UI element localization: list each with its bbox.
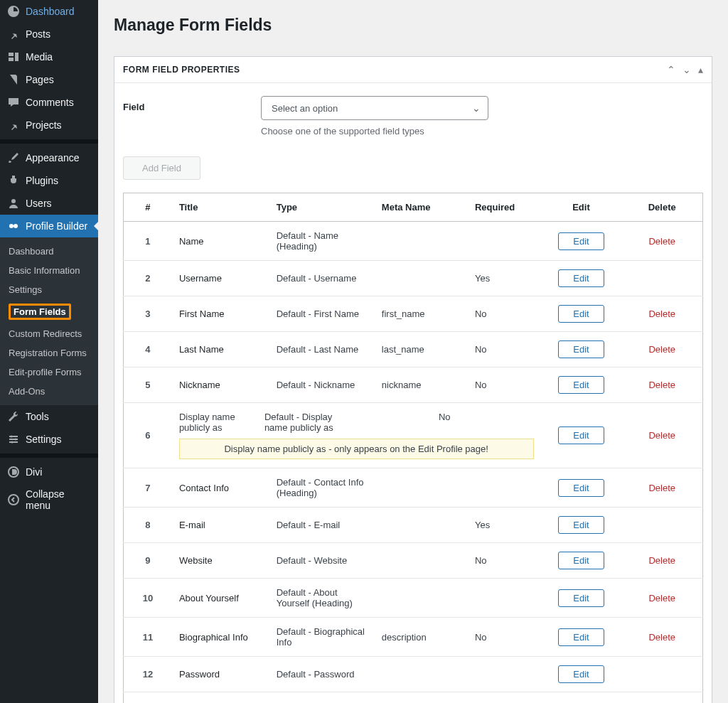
user-icon <box>7 197 20 210</box>
add-field-button[interactable]: Add Field <box>123 156 200 180</box>
submenu-item-dashboard[interactable]: Dashboard <box>0 242 98 261</box>
cell-required <box>468 692 541 704</box>
cell-type: Default - Biographical Info <box>269 618 375 657</box>
cell-num: 9 <box>124 543 172 579</box>
edit-button[interactable]: Edit <box>558 269 604 287</box>
delete-link[interactable]: Delete <box>648 344 675 355</box>
chevron-down-icon: ⌄ <box>472 102 481 114</box>
cell-delete: Delete <box>621 692 702 704</box>
cell-title: E-mail <box>172 508 269 543</box>
menu-item-dashboard[interactable]: Dashboard <box>0 0 98 23</box>
delete-link[interactable]: Delete <box>648 632 675 643</box>
edit-button[interactable]: Edit <box>558 665 604 683</box>
menu-item-label: Projects <box>26 119 62 131</box>
triangle-up-icon[interactable]: ▴ <box>698 64 703 75</box>
menu-item-appearance[interactable]: Appearance <box>0 146 98 169</box>
cell-meta <box>375 508 468 543</box>
cell-edit: Edit <box>541 508 622 543</box>
edit-button[interactable]: Edit <box>558 589 604 607</box>
cell-required: No <box>468 618 541 657</box>
pages-icon <box>7 73 20 86</box>
comments-icon <box>7 96 20 109</box>
cell-meta: first_name <box>375 296 468 332</box>
submenu-item-basic-information[interactable]: Basic Information <box>0 261 98 280</box>
menu-item-tools[interactable]: Tools <box>0 405 98 428</box>
delete-link[interactable]: Delete <box>648 593 675 603</box>
cell-num: 11 <box>124 618 172 657</box>
cell-num: 7 <box>124 468 172 508</box>
cell-edit: Edit <box>541 261 622 296</box>
menu-item-divi[interactable]: Divi <box>0 461 98 483</box>
delete-link[interactable]: Delete <box>648 483 675 493</box>
submenu-item-custom-redirects[interactable]: Custom Redirects <box>0 324 98 343</box>
edit-button[interactable]: Edit <box>558 340 604 358</box>
submenu-item-edit-profile-forms[interactable]: Edit-profile Forms <box>0 363 98 382</box>
submenu-item-form-fields[interactable]: Form Fields <box>0 299 98 324</box>
edit-button[interactable]: Edit <box>558 305 604 323</box>
cell-delete: Delete <box>621 222 702 261</box>
cell-required <box>468 222 541 261</box>
cell-required <box>468 579 541 618</box>
cell-delete: Delete <box>621 468 702 508</box>
edit-button[interactable]: Edit <box>558 628 604 646</box>
edit-button[interactable]: Edit <box>558 376 604 394</box>
cell-title: About Yourself <box>172 579 269 618</box>
field-type-select[interactable]: Select an option ⌄ <box>261 96 488 120</box>
cell-num: 13 <box>124 692 172 704</box>
menu-item-settings[interactable]: Settings <box>0 428 98 451</box>
delete-link[interactable]: Delete <box>648 380 675 390</box>
chevron-down-icon[interactable]: ⌄ <box>682 64 691 75</box>
menu-item-label: Comments <box>26 97 74 108</box>
submenu-item-settings[interactable]: Settings <box>0 280 98 299</box>
cell-edit: Edit <box>541 618 622 657</box>
page-title: Manage Form Fields <box>114 16 712 35</box>
settings-icon <box>7 433 20 446</box>
delete-link[interactable]: Delete <box>648 236 675 247</box>
menu-item-label: Collapse menu <box>26 488 91 511</box>
cell-edit: Edit <box>541 657 622 692</box>
menu-item-label: Tools <box>26 411 49 422</box>
menu-item-posts[interactable]: Posts <box>0 23 98 45</box>
menu-item-media[interactable]: Media <box>0 45 98 68</box>
menu-item-label: Posts <box>26 28 50 40</box>
edit-button[interactable]: Edit <box>558 426 604 444</box>
col-header-meta: Meta Name <box>375 193 468 222</box>
table-row: 5NicknameDefault - NicknamenicknameNoEdi… <box>124 367 703 403</box>
cell-meta <box>357 412 439 433</box>
submenu-item-add-ons[interactable]: Add-Ons <box>0 382 98 401</box>
edit-button[interactable]: Edit <box>558 552 604 569</box>
menu-item-profile-builder[interactable]: Profile Builder <box>0 215 98 237</box>
plug-icon <box>7 174 20 187</box>
cell-title: Nickname <box>172 367 269 403</box>
pin-icon <box>7 119 20 132</box>
chevron-up-icon[interactable]: ⌃ <box>667 64 675 75</box>
col-header-required: Required <box>468 193 541 222</box>
col-header-num: # <box>124 193 172 222</box>
cell-edit: Edit <box>541 579 622 618</box>
edit-button[interactable]: Edit <box>558 516 604 534</box>
delete-link[interactable]: Delete <box>648 308 675 319</box>
menu-item-pages[interactable]: Pages <box>0 68 98 91</box>
collapse-icon <box>7 493 20 506</box>
cell-title-wide: Display name publicly asDefault - Displa… <box>172 403 541 468</box>
cell-edit: Edit <box>541 543 622 579</box>
menu-item-collapse-menu[interactable]: Collapse menu <box>0 483 98 516</box>
delete-link[interactable]: Delete <box>648 555 675 566</box>
cell-title: Display name publicly as <box>179 412 264 433</box>
edit-button[interactable]: Edit <box>558 232 604 250</box>
menu-item-users[interactable]: Users <box>0 192 98 215</box>
menu-item-projects[interactable]: Projects <box>0 114 98 136</box>
cell-type: Default - Contact Info (Heading) <box>269 468 375 508</box>
delete-link[interactable]: Delete <box>648 430 675 441</box>
edit-button[interactable]: Edit <box>558 479 604 497</box>
cell-delete <box>621 508 702 543</box>
field-help-text: Choose one of the supported field types <box>261 126 488 136</box>
cell-delete: Delete <box>621 296 702 332</box>
cell-type: Default - Display name publicly as <box>264 412 357 433</box>
menu-item-plugins[interactable]: Plugins <box>0 169 98 192</box>
menu-item-comments[interactable]: Comments <box>0 91 98 114</box>
submenu-item-registration-forms[interactable]: Registration Forms <box>0 343 98 363</box>
cell-type: Default - Last Name <box>269 332 375 367</box>
cell-num: 2 <box>124 261 172 296</box>
cell-type: Default - Password <box>269 657 375 692</box>
